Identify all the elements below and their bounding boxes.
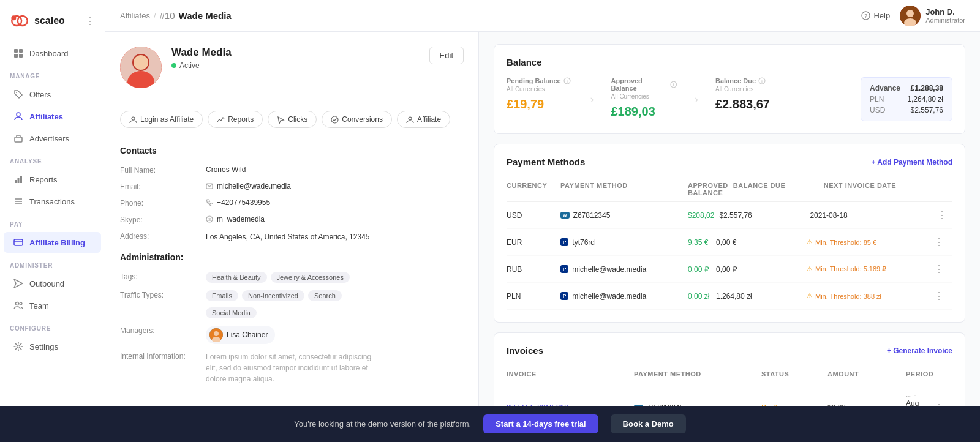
sidebar-item-team[interactable]: Team — [4, 295, 101, 316]
breadcrumb-parent[interactable]: Affiliates — [120, 11, 150, 20]
col-actions — [951, 182, 970, 197]
sidebar-item-offers[interactable]: Offers — [4, 84, 101, 105]
reports-tab[interactable]: Reports — [208, 111, 263, 128]
balance-cards: Pending Balance i All Currencies £19,79 … — [507, 77, 952, 121]
paypal-icon-eur: P — [560, 238, 568, 246]
sidebar-item-reports[interactable]: Reports — [4, 169, 101, 190]
manager-name: Lisa Chainer — [227, 331, 268, 339]
sidebar-item-outbound[interactable]: Outbound — [4, 273, 101, 294]
full-name-label: Full Name: — [120, 165, 206, 174]
inv-col-amount: Amount — [827, 370, 901, 378]
next-invoice-pln: ⚠ Min. Threshold: 388 zł — [807, 292, 929, 300]
user-role: Administrator — [925, 17, 965, 24]
inv-col-actions — [938, 370, 957, 378]
sidebar-toggle[interactable]: ⋮ — [85, 15, 95, 27]
method-pln: P michelle@wade.media — [560, 292, 683, 301]
more-pln[interactable]: ⋮ — [934, 290, 952, 302]
credit-card-icon — [13, 238, 23, 247]
balance-title: Balance — [507, 57, 952, 67]
warning-icon-pln: ⚠ — [807, 292, 813, 300]
tags-container: Health & Beauty Jewelry & Accessories — [206, 272, 350, 283]
administer-label: ADMINISTER — [0, 253, 105, 272]
approved-eur: 9,35 € — [688, 238, 711, 247]
col-approved-balance: Approved Balance — [688, 182, 728, 197]
contact-row-tags: Tags: Health & Beauty Jewelry & Accessor… — [120, 272, 464, 283]
svg-rect-16 — [14, 239, 23, 245]
logo-text: scaleo — [34, 15, 65, 26]
contact-row-managers: Managers: Lisa Chainer — [120, 326, 464, 344]
tags-label: Tags: — [120, 272, 206, 281]
clicks-tab[interactable]: Clicks — [268, 111, 317, 128]
more-usd[interactable]: ⋮ — [937, 209, 956, 221]
login-affiliate-tab[interactable]: Login as Affiliate — [120, 111, 203, 128]
demo-text: You're looking at the demo version of th… — [294, 419, 471, 429]
svg-point-1 — [18, 16, 28, 26]
more-rub[interactable]: ⋮ — [934, 263, 952, 275]
tag-social-media: Social Media — [206, 307, 257, 318]
skype-icon: S — [206, 215, 213, 223]
sidebar-item-dashboard[interactable]: Dashboard — [4, 43, 101, 64]
user-name: John D. — [925, 7, 965, 17]
team-label: Team — [29, 301, 49, 310]
book-demo-button[interactable]: Book a Demo — [611, 414, 686, 433]
more-eur[interactable]: ⋮ — [934, 236, 952, 248]
invoices-title: Invoices — [507, 345, 543, 356]
sidebar-item-settings[interactable]: Settings — [4, 336, 101, 357]
breadcrumb-id: #10 — [160, 10, 175, 21]
table-row: EUR P tyt76rd 9,35 € 0,00 € ⚠ Min. Thres… — [507, 229, 952, 256]
svg-text:i: i — [673, 83, 674, 87]
sidebar-item-affiliate-billing[interactable]: Affiliate Billing — [4, 232, 101, 253]
manager-badge: Lisa Chainer — [206, 326, 275, 344]
right-panel: Balance Pending Balance i All Currencies… — [479, 32, 980, 442]
affiliate-tab-label: Affiliate — [417, 115, 441, 124]
add-payment-method-button[interactable]: + Add Payment Method — [871, 158, 952, 167]
spacer — [794, 77, 861, 121]
contact-row-skype: Skype: S m_wademedia — [120, 215, 464, 224]
inv-col-period: Period — [906, 370, 933, 378]
full-name-value: Cronos Wild — [206, 165, 246, 174]
profile-status: Active — [172, 61, 420, 70]
offers-label: Offers — [29, 90, 51, 99]
clicks-label: Clicks — [288, 115, 307, 124]
table-row: PLN P michelle@wade.media 0,00 zł 1.264,… — [507, 283, 952, 310]
administration-section: Administration: — [120, 252, 464, 262]
generate-invoice-button[interactable]: + Generate Invoice — [887, 346, 952, 355]
status-dot — [172, 63, 176, 68]
invoices-header: Invoices + Generate Invoice — [507, 345, 952, 356]
svg-point-20 — [20, 302, 22, 305]
phone-icon — [206, 199, 213, 206]
conversions-tab[interactable]: Conversions — [322, 111, 392, 128]
briefcase-icon — [13, 133, 23, 143]
user-icon — [13, 111, 23, 121]
svg-text:S: S — [208, 217, 211, 222]
next-invoice-rub: ⚠ Min. Threshold: 5.189 ₽ — [807, 265, 929, 273]
contacts-section: Contacts Full Name: Cronos Wild Email: m… — [105, 133, 478, 404]
advance-value: £1.288,38 — [911, 84, 943, 92]
pending-sub: All Currencies — [507, 86, 573, 92]
content: Wade Media Active Edit Login as Affiliat… — [105, 32, 980, 442]
arrow-2: › — [690, 77, 703, 121]
sidebar-item-advertisers[interactable]: Advertisers — [4, 128, 101, 149]
inv-col-invoice: Invoice — [507, 370, 629, 378]
pay-label: PAY — [0, 212, 105, 231]
profile-header: Wade Media Active Edit — [105, 32, 478, 103]
help-label: Help — [873, 11, 890, 20]
method-usd: W Z67812345 — [560, 211, 683, 220]
svg-point-38 — [214, 331, 219, 336]
help-button[interactable]: ? Help — [861, 11, 890, 20]
manager-avatar — [209, 328, 223, 342]
svg-point-30 — [134, 55, 148, 70]
info-icon-approved: i — [670, 81, 677, 88]
internal-value: Lorem ipsum dolor sit amet, consectetur … — [206, 351, 377, 384]
edit-button[interactable]: Edit — [429, 47, 464, 64]
start-trial-button[interactable]: Start a 14-days free trial — [483, 414, 598, 433]
contact-row-phone: Phone: +420775439955 — [120, 198, 464, 208]
sidebar-item-transactions[interactable]: Transactions — [4, 191, 101, 212]
breadcrumb-current: Wade Media — [179, 10, 232, 21]
usd-value: $2.557,76 — [911, 106, 943, 114]
action-tabs: Login as Affiliate Reports Clicks Conver… — [105, 103, 478, 133]
affiliate-tab[interactable]: Affiliate — [397, 111, 450, 128]
profile-name: Wade Media — [172, 47, 420, 59]
transactions-label: Transactions — [29, 197, 75, 206]
sidebar-item-affiliates[interactable]: Affiliates — [4, 106, 101, 127]
